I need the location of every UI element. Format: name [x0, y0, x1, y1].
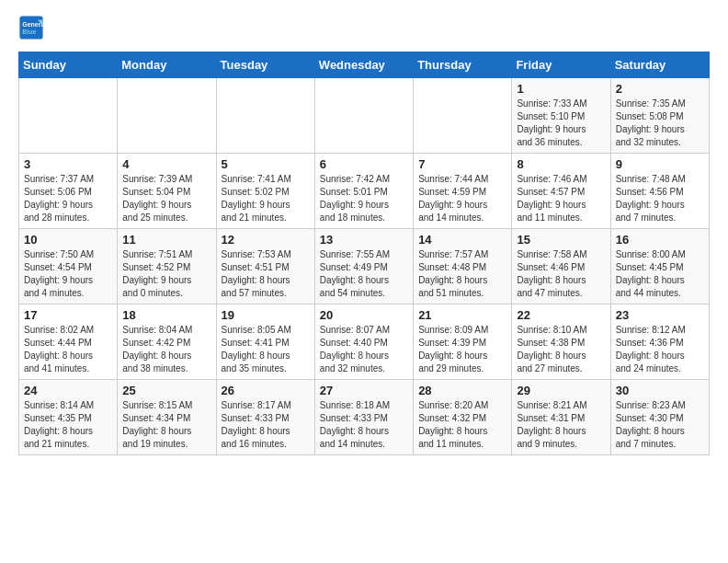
logo: General Blue	[18, 15, 48, 40]
day-cell: 20Sunrise: 8:07 AM Sunset: 4:40 PM Dayli…	[314, 304, 413, 380]
day-cell: 28Sunrise: 8:20 AM Sunset: 4:32 PM Dayli…	[414, 380, 512, 455]
day-info: Sunrise: 8:21 AM Sunset: 4:31 PM Dayligh…	[517, 399, 605, 451]
day-info: Sunrise: 8:18 AM Sunset: 4:33 PM Dayligh…	[320, 399, 408, 451]
day-info: Sunrise: 8:07 AM Sunset: 4:40 PM Dayligh…	[320, 324, 408, 375]
day-cell: 19Sunrise: 8:05 AM Sunset: 4:41 PM Dayli…	[216, 304, 314, 380]
week-row-4: 17Sunrise: 8:02 AM Sunset: 4:44 PM Dayli…	[19, 304, 710, 380]
day-number: 19	[222, 308, 310, 322]
day-cell	[19, 78, 118, 154]
day-info: Sunrise: 8:02 AM Sunset: 4:44 PM Dayligh…	[24, 324, 112, 375]
day-number: 20	[320, 308, 408, 322]
day-cell: 30Sunrise: 8:23 AM Sunset: 4:30 PM Dayli…	[610, 380, 709, 455]
day-info: Sunrise: 7:44 AM Sunset: 4:59 PM Dayligh…	[418, 173, 506, 224]
day-number: 1	[517, 82, 605, 96]
day-cell: 13Sunrise: 7:55 AM Sunset: 4:49 PM Dayli…	[314, 229, 413, 304]
day-info: Sunrise: 8:04 AM Sunset: 4:42 PM Dayligh…	[122, 324, 210, 375]
weekday-header-tuesday: Tuesday	[216, 52, 314, 78]
day-info: Sunrise: 7:57 AM Sunset: 4:48 PM Dayligh…	[418, 248, 506, 300]
day-number: 6	[320, 157, 408, 171]
weekday-header-sunday: Sunday	[19, 52, 118, 78]
day-cell: 10Sunrise: 7:50 AM Sunset: 4:54 PM Dayli…	[19, 229, 118, 304]
day-cell: 17Sunrise: 8:02 AM Sunset: 4:44 PM Dayli…	[19, 304, 118, 380]
logo-icon: General Blue	[18, 15, 44, 40]
day-cell: 1Sunrise: 7:33 AM Sunset: 5:10 PM Daylig…	[512, 78, 610, 154]
day-cell: 14Sunrise: 7:57 AM Sunset: 4:48 PM Dayli…	[414, 229, 512, 304]
week-row-5: 24Sunrise: 8:14 AM Sunset: 4:35 PM Dayli…	[19, 380, 710, 455]
day-cell	[314, 78, 413, 154]
day-number: 29	[517, 384, 605, 397]
day-info: Sunrise: 7:37 AM Sunset: 5:06 PM Dayligh…	[24, 173, 112, 224]
day-number: 2	[616, 82, 704, 96]
day-info: Sunrise: 8:00 AM Sunset: 4:45 PM Dayligh…	[616, 248, 704, 300]
day-info: Sunrise: 7:41 AM Sunset: 5:02 PM Dayligh…	[222, 173, 310, 224]
day-cell: 18Sunrise: 8:04 AM Sunset: 4:42 PM Dayli…	[118, 304, 216, 380]
day-info: Sunrise: 8:05 AM Sunset: 4:41 PM Dayligh…	[222, 324, 310, 375]
day-number: 18	[122, 308, 210, 322]
day-info: Sunrise: 7:35 AM Sunset: 5:08 PM Dayligh…	[616, 98, 704, 149]
day-number: 13	[320, 233, 408, 247]
weekday-header-wednesday: Wednesday	[314, 52, 413, 78]
day-cell: 3Sunrise: 7:37 AM Sunset: 5:06 PM Daylig…	[19, 154, 118, 229]
day-number: 16	[616, 233, 704, 247]
week-row-1: 1Sunrise: 7:33 AM Sunset: 5:10 PM Daylig…	[19, 78, 710, 154]
day-number: 7	[418, 157, 506, 171]
day-cell: 15Sunrise: 7:58 AM Sunset: 4:46 PM Dayli…	[512, 229, 610, 304]
day-info: Sunrise: 7:53 AM Sunset: 4:51 PM Dayligh…	[222, 248, 310, 300]
day-info: Sunrise: 7:39 AM Sunset: 5:04 PM Dayligh…	[122, 173, 210, 224]
day-info: Sunrise: 8:14 AM Sunset: 4:35 PM Dayligh…	[24, 399, 112, 451]
day-cell: 27Sunrise: 8:18 AM Sunset: 4:33 PM Dayli…	[314, 380, 413, 455]
calendar-table: SundayMondayTuesdayWednesdayThursdayFrid…	[18, 52, 710, 455]
day-info: Sunrise: 7:51 AM Sunset: 4:52 PM Dayligh…	[122, 248, 210, 300]
day-number: 24	[24, 384, 112, 397]
header-row: SundayMondayTuesdayWednesdayThursdayFrid…	[19, 52, 710, 78]
week-row-2: 3Sunrise: 7:37 AM Sunset: 5:06 PM Daylig…	[19, 154, 710, 229]
day-cell: 26Sunrise: 8:17 AM Sunset: 4:33 PM Dayli…	[216, 380, 314, 455]
day-number: 28	[418, 384, 506, 397]
day-number: 11	[122, 233, 210, 247]
day-number: 15	[517, 233, 605, 247]
weekday-header-monday: Monday	[118, 52, 216, 78]
day-number: 12	[222, 233, 310, 247]
day-info: Sunrise: 8:09 AM Sunset: 4:39 PM Dayligh…	[418, 324, 506, 375]
day-cell: 5Sunrise: 7:41 AM Sunset: 5:02 PM Daylig…	[216, 154, 314, 229]
weekday-header-friday: Friday	[512, 52, 610, 78]
day-number: 23	[616, 308, 704, 322]
day-cell	[216, 78, 314, 154]
day-number: 5	[222, 157, 310, 171]
day-number: 27	[320, 384, 408, 397]
weekday-header-thursday: Thursday	[414, 52, 512, 78]
day-info: Sunrise: 7:50 AM Sunset: 4:54 PM Dayligh…	[24, 248, 112, 300]
day-cell: 11Sunrise: 7:51 AM Sunset: 4:52 PM Dayli…	[118, 229, 216, 304]
day-number: 25	[122, 384, 210, 397]
day-number: 30	[616, 384, 704, 397]
day-info: Sunrise: 7:48 AM Sunset: 4:56 PM Dayligh…	[616, 173, 704, 224]
weekday-header-saturday: Saturday	[610, 52, 709, 78]
day-info: Sunrise: 7:55 AM Sunset: 4:49 PM Dayligh…	[320, 248, 408, 300]
day-number: 14	[418, 233, 506, 247]
day-number: 21	[418, 308, 506, 322]
header: General Blue	[18, 15, 710, 40]
day-cell	[414, 78, 512, 154]
day-info: Sunrise: 8:12 AM Sunset: 4:36 PM Dayligh…	[616, 324, 704, 375]
day-info: Sunrise: 7:58 AM Sunset: 4:46 PM Dayligh…	[517, 248, 605, 300]
day-cell: 9Sunrise: 7:48 AM Sunset: 4:56 PM Daylig…	[610, 154, 709, 229]
day-cell: 4Sunrise: 7:39 AM Sunset: 5:04 PM Daylig…	[118, 154, 216, 229]
page: General Blue SundayMondayTuesdayWednesda…	[0, 0, 728, 470]
svg-text:Blue: Blue	[22, 29, 36, 35]
day-info: Sunrise: 8:10 AM Sunset: 4:38 PM Dayligh…	[517, 324, 605, 375]
day-cell: 6Sunrise: 7:42 AM Sunset: 5:01 PM Daylig…	[314, 154, 413, 229]
day-cell: 12Sunrise: 7:53 AM Sunset: 4:51 PM Dayli…	[216, 229, 314, 304]
day-number: 10	[24, 233, 112, 247]
day-cell: 23Sunrise: 8:12 AM Sunset: 4:36 PM Dayli…	[610, 304, 709, 380]
day-cell: 2Sunrise: 7:35 AM Sunset: 5:08 PM Daylig…	[610, 78, 709, 154]
day-info: Sunrise: 8:23 AM Sunset: 4:30 PM Dayligh…	[616, 399, 704, 451]
day-number: 9	[616, 157, 704, 171]
day-cell: 21Sunrise: 8:09 AM Sunset: 4:39 PM Dayli…	[414, 304, 512, 380]
day-cell: 22Sunrise: 8:10 AM Sunset: 4:38 PM Dayli…	[512, 304, 610, 380]
day-info: Sunrise: 7:42 AM Sunset: 5:01 PM Dayligh…	[320, 173, 408, 224]
day-info: Sunrise: 8:20 AM Sunset: 4:32 PM Dayligh…	[418, 399, 506, 451]
day-cell: 8Sunrise: 7:46 AM Sunset: 4:57 PM Daylig…	[512, 154, 610, 229]
day-number: 26	[222, 384, 310, 397]
week-row-3: 10Sunrise: 7:50 AM Sunset: 4:54 PM Dayli…	[19, 229, 710, 304]
day-number: 22	[517, 308, 605, 322]
